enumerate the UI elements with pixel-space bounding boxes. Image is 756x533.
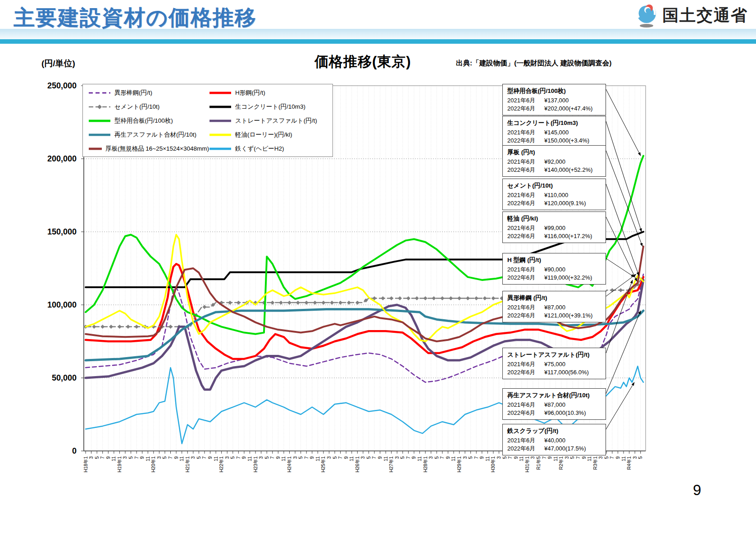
legend-label: 鉄くず(ヘビーH2) xyxy=(235,145,284,153)
annotation-arrow-plywood xyxy=(606,89,641,156)
annotation-cement: セメント(円/10t)2021年6月¥110,0002022年6月¥120,00… xyxy=(502,179,606,210)
cement-diamond-marker xyxy=(330,301,334,305)
x-tick-label: 7 xyxy=(575,456,581,459)
x-tick-label: 7 xyxy=(609,456,615,459)
x-tick-label: 9 xyxy=(241,456,246,459)
x-tick-label: 9 xyxy=(309,456,314,459)
x-tick-label: R2年1 xyxy=(558,456,564,470)
annotation-recycled-asphalt: 再生アスファルト合材(円/10t)2021年6月¥87,0002022年6月¥9… xyxy=(502,388,606,420)
annotation-row: 2021年6月¥40,000 xyxy=(507,437,602,445)
annotation-value: ¥87,000 xyxy=(544,401,565,409)
cement-diamond-marker xyxy=(270,301,274,305)
annotation-value: ¥202,000(+47.4%) xyxy=(544,105,592,113)
x-tick-label: R4年1 xyxy=(626,456,632,470)
annotation-date: 2021年6月 xyxy=(507,158,544,166)
annotation-value: ¥75,000 xyxy=(544,360,565,368)
x-tick-label: R3年1 xyxy=(592,456,598,470)
x-tick-label: 11 xyxy=(315,456,320,461)
x-tick-label: 5 xyxy=(569,456,575,459)
x-tick-label: 3 xyxy=(428,456,433,459)
page-title: 主要建設資材の価格推移 xyxy=(14,4,257,32)
cement-diamond-marker xyxy=(389,296,393,300)
x-tick-label: 11 xyxy=(247,456,252,461)
cement-diamond-marker xyxy=(118,325,122,329)
x-tick-label: 5 xyxy=(230,456,235,459)
legend-label: ストレートアスファルト(円/t) xyxy=(235,117,317,125)
annotation-date: 2022年6月 xyxy=(507,312,544,320)
annotation-date: 2021年6月 xyxy=(507,266,544,274)
x-tick-label: 9 xyxy=(343,456,349,459)
annotation-row: 2021年6月¥92,000 xyxy=(507,158,602,166)
x-tick-label: 5 xyxy=(604,456,609,459)
cement-diamond-marker xyxy=(415,296,419,300)
x-tick-label: H27年1 xyxy=(388,456,394,473)
annotation-date: 2022年6月 xyxy=(507,137,544,145)
annotation-value: ¥96,000(10.3%) xyxy=(544,409,586,417)
x-tick-label: 7 xyxy=(304,456,309,459)
annotation-value: ¥119,000(+32.2%) xyxy=(544,274,592,282)
cement-diamond-marker xyxy=(355,301,360,305)
cement-diamond-marker xyxy=(432,296,436,300)
annotation-row: 2021年6月¥90,000 xyxy=(507,266,602,274)
x-tick-label: 11 xyxy=(145,456,150,461)
annotation-value: ¥87,000 xyxy=(544,303,565,312)
annotation-row: 2021年6月¥99,000 xyxy=(507,224,602,232)
annotation-value: ¥47,000(17.5%) xyxy=(544,445,586,453)
annotation-rebar: 異形棒鋼 (円/t)2021年6月¥87,0002022年6月¥121,000(… xyxy=(502,291,606,322)
annotation-date: 2021年6月 xyxy=(507,437,544,445)
x-tick-label: 11 xyxy=(417,456,422,461)
legend-label: 型枠用合板(円/100枚) xyxy=(114,117,173,125)
annotation-row: 2021年6月¥137,000 xyxy=(507,96,602,105)
chart-legend: 異形棒鋼(円/t)H形鋼(円/t)セメント(円/10t)生コンクリート(円/10… xyxy=(82,84,333,157)
x-tick-label: 7 xyxy=(439,456,445,459)
y-tick-label: 0 xyxy=(72,446,77,455)
x-tick-label: 3 xyxy=(394,456,400,459)
x-tick-label: 3 xyxy=(156,456,162,459)
x-tick-label: 5 xyxy=(162,456,167,459)
annotation-arrow-steel-scrap xyxy=(606,382,634,429)
x-tick-label: 7 xyxy=(100,456,105,459)
legend-label: 生コンクリート(円/10m3) xyxy=(235,103,305,111)
y-tick-label: 200,000 xyxy=(47,154,77,163)
x-tick-label: 7 xyxy=(337,456,343,459)
y-tick-label: 150,000 xyxy=(47,227,77,236)
x-tick-label: 3 xyxy=(88,456,94,459)
cement-diamond-marker xyxy=(313,301,317,305)
legend-item-diesel: 軽油(ローリー)(円/kl) xyxy=(209,131,335,139)
annotation-value: ¥116,000(+17.2%) xyxy=(544,232,592,240)
price-trend-chart: 050,000100,000150,000200,000250,000H18年1… xyxy=(0,0,756,533)
annotation-row: 2021年6月¥75,000 xyxy=(507,360,602,368)
cement-diamond-marker xyxy=(228,301,232,305)
slide-page: 主要建設資材の価格推移 国土交通省 (円/単位) 価格推移(東京) 出典:「建設… xyxy=(0,0,756,533)
x-tick-label: 11 xyxy=(383,456,388,461)
x-tick-label: 9 xyxy=(581,456,587,459)
cement-diamond-marker xyxy=(619,288,623,292)
x-tick-label: 3 xyxy=(360,456,365,459)
legend-swatch-cement xyxy=(88,104,111,110)
x-tick-label: 9 xyxy=(411,456,416,459)
legend-item-straight-asphalt: ストレートアスファルト(円/t) xyxy=(209,117,335,125)
x-tick-label: 11 xyxy=(587,456,592,461)
legend-item-rebar: 異形棒鋼(円/t) xyxy=(88,89,209,97)
x-tick-label: 5 xyxy=(502,456,507,459)
cement-diamond-marker xyxy=(287,301,291,305)
x-tick-label: 5 xyxy=(332,456,337,459)
cement-diamond-marker xyxy=(398,296,402,300)
cement-diamond-marker xyxy=(237,301,241,305)
annotation-date: 2021年6月 xyxy=(507,191,544,199)
x-tick-label: 7 xyxy=(134,456,139,459)
cement-diamond-marker xyxy=(296,301,300,305)
legend-item-steel-scrap: 鉄くず(ヘビーH2) xyxy=(209,145,335,153)
annotation-title: 生コンクリート(円/10m3) xyxy=(507,119,602,127)
x-tick-label: 5 xyxy=(94,456,100,459)
annotation-title: 厚板 (円/t) xyxy=(507,148,602,156)
y-tick-label: 50,000 xyxy=(52,373,77,382)
annotation-date: 2022年6月 xyxy=(507,409,544,417)
cement-diamond-marker xyxy=(109,325,113,329)
annotation-row: 2022年6月¥47,000(17.5%) xyxy=(507,445,602,453)
cement-diamond-marker xyxy=(321,301,325,305)
annotation-date: 2021年6月 xyxy=(507,224,544,232)
annotation-row: 2022年6月¥150,000(+3.4%) xyxy=(507,137,602,145)
x-tick-label: 11 xyxy=(621,456,626,461)
x-tick-label: 3 xyxy=(122,456,128,459)
